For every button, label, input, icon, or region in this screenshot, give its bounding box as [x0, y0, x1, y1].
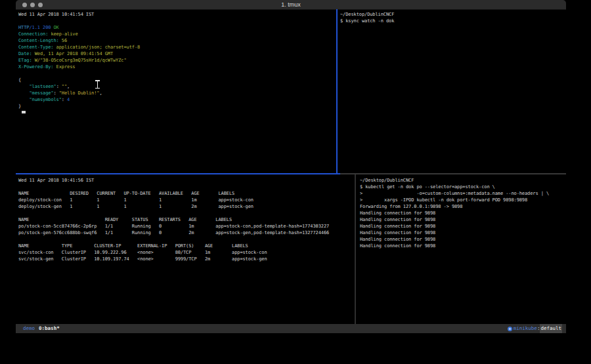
pane-ksync-watch[interactable]: ~/Desktop/DublinCNCF$ ksync watch -n dok [340, 11, 563, 172]
terminal-line [18, 236, 352, 243]
terminal-line [18, 70, 335, 77]
titlebar[interactable]: 1. tmux [16, 0, 566, 10]
terminal-line: "numsymbols": 4 [18, 96, 335, 103]
terminal-line: "lastseen": "", [18, 83, 335, 90]
pane-divider-horizontal-right[interactable] [340, 173, 566, 174]
terminal-line [18, 184, 352, 190]
terminal-line: Date: Wed, 11 Apr 2018 09:41:54 GMT [18, 51, 335, 57]
terminal-line: svc/stock-gen ClusterIP 10.109.197.74 <n… [18, 256, 352, 262]
terminal-line: po/stock-gen-576cc688bb-swqf6 1/1 Runnin… [18, 230, 352, 236]
terminal-line: ~/Desktop/DublinCNCF [340, 11, 563, 18]
terminal-line: Handling connection for 9898 [360, 230, 565, 236]
pane-port-forward[interactable]: ~/Desktop/DublinCNCF$ kubectl get -n dok… [360, 177, 565, 323]
terminal-line: NAME READY STATUS RESTARTS AGE LABELS [18, 216, 352, 223]
window-title: 1. tmux [16, 1, 566, 9]
ibeam-mouse-cursor [95, 80, 100, 89]
terminal-line: $ kubectl get -n dok po --selector=app=s… [360, 184, 565, 190]
screen: 1. tmux Wed 11 Apr 2018 10:41:54 IST HTT… [0, 0, 591, 364]
active-window-label[interactable]: 0:bash* [39, 324, 60, 333]
terminal-line: po/stock-con-5cc874766c-2p6rp 1/1 Runnin… [18, 223, 352, 230]
tmux-status-bar: demo 0:bash* minikube : default [16, 324, 566, 333]
terminal-cursor [22, 111, 26, 113]
terminal-line: Handling connection for 9898 [360, 223, 565, 230]
tmux-window: 1. tmux Wed 11 Apr 2018 10:41:54 IST HTT… [16, 0, 566, 333]
terminal-line: ~/Desktop/DublinCNCF [360, 177, 565, 184]
session-name[interactable]: demo [23, 324, 35, 333]
terminal-line: > xargs -IPOD kubectl -n dok port-forwar… [360, 197, 565, 203]
terminal-line [18, 210, 352, 216]
status-right: minikube : default [508, 324, 562, 333]
terminal-line: deploy/stock-con 1 1 1 1 1m app=stock-co… [18, 197, 352, 203]
kube-context: minikube [514, 324, 537, 333]
terminal-line: NAME TYPE CLUSTER-IP EXTERNAL-IP PORT(S)… [18, 243, 352, 249]
kube-namespace: default [540, 324, 562, 333]
terminal-line: Handling connection for 9898 [360, 236, 565, 243]
terminal-line: Content-Length: 56 [18, 37, 335, 44]
terminal-line: { [18, 77, 335, 83]
pane-divider-vertical-bottom[interactable] [355, 174, 356, 324]
pane-divider-horizontal-left[interactable] [16, 173, 340, 174]
terminal-line: "message": "Hello Dublin!", [18, 90, 335, 96]
terminal-line: Wed 11 Apr 2018 10:41:56 IST [18, 177, 352, 184]
terminal-line: } [18, 103, 335, 110]
terminal-line: deploy/stock-gen 1 1 1 1 2m app=stock-ge… [18, 203, 352, 210]
terminal-line: svc/stock-con ClusterIP 10.99.222.96 <no… [18, 249, 352, 256]
terminal-line [18, 18, 335, 24]
terminal-line: Handling connection for 9898 [360, 216, 565, 223]
pane-kubectl-get[interactable]: Wed 11 Apr 2018 10:41:56 IST NAME DESIRE… [18, 177, 352, 323]
terminal-line: Content-Type: application/json; charset=… [18, 44, 335, 51]
terminal-line: Handling connection for 9898 [360, 210, 565, 216]
terminal-line: $ ksync watch -n dok [340, 18, 563, 24]
terminal-line: Forwarding from 127.0.0.1:9898 -> 9898 [360, 203, 565, 210]
terminal-line: Connection: keep-alive [18, 31, 335, 37]
terminal-line: HTTP/1.1 200 OK [18, 24, 335, 31]
terminal-line: Wed 11 Apr 2018 10:41:54 IST [18, 11, 335, 18]
terminal-line: ETag: W/"38-O5coCsrg3mQ75sHr1d/qcWTwYZc" [18, 57, 335, 64]
terminal-line: > -o=custom-columns=:metadata.name --no-… [360, 190, 565, 197]
pane-divider-vertical-top[interactable] [336, 9, 338, 173]
terminal-line: NAME DESIRED CURRENT UP-TO-DATE AVAILABL… [18, 190, 352, 197]
pane-http-response[interactable]: Wed 11 Apr 2018 10:41:54 IST HTTP/1.1 20… [18, 11, 335, 172]
kubernetes-helm-icon [508, 327, 512, 331]
terminal-line: X-Powered-By: Express [18, 64, 335, 70]
terminal-line: Handling connection for 9898 [360, 243, 565, 249]
